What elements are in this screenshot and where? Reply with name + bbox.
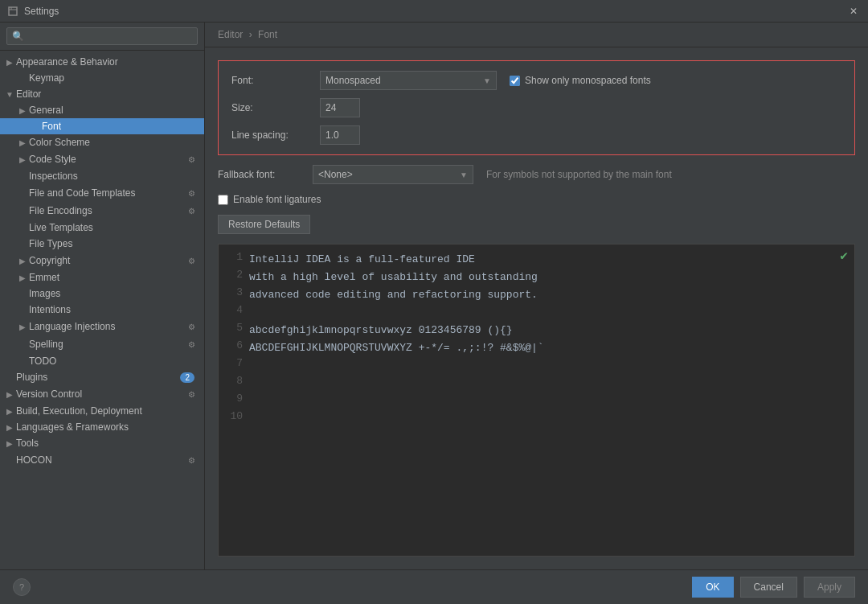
line-content (249, 392, 848, 410)
sidebar-label-tools: Tools (16, 438, 198, 449)
breadcrumb-part1: Editor (218, 29, 243, 40)
line-spacing-row: Line spacing: (231, 125, 841, 145)
sidebar-label-appearance: Appearance & Behavior (16, 56, 198, 68)
preview-line: 10 (225, 410, 848, 428)
sidebar-label-images: Images (29, 288, 198, 299)
sidebar-item-todo[interactable]: TODO (0, 353, 204, 369)
sidebar-item-emmet[interactable]: ▶Emmet (0, 269, 204, 286)
cancel-button[interactable]: Cancel (740, 577, 797, 598)
preview-area: ✔ 1IntelliJ IDEA is a full-featured IDE2… (218, 244, 855, 557)
settings-icon-language-injections: ⚙ (185, 320, 198, 333)
bottom-bar: ? OK Cancel Apply (0, 569, 868, 604)
monospaced-checkbox[interactable] (510, 76, 520, 86)
sidebar-label-file-encodings: File Encodings (29, 205, 185, 216)
sidebar-label-emmet: Emmet (29, 272, 198, 283)
sidebar-item-file-encodings[interactable]: File Encodings⚙ (0, 202, 204, 220)
fallback-hint: For symbols not supported by the main fo… (486, 169, 672, 180)
sidebar-item-spelling[interactable]: Spelling⚙ (0, 335, 204, 353)
font-dropdown-arrow: ▼ (483, 76, 491, 85)
sidebar-label-version-control: Version Control (16, 388, 185, 400)
help-button[interactable]: ? (13, 578, 31, 596)
sidebar-label-languages-frameworks: Languages & Frameworks (16, 421, 198, 433)
sidebar-item-hocon[interactable]: HOCON⚙ (0, 451, 204, 469)
preview-line: 3advanced code editing and refactoring s… (225, 286, 848, 304)
ok-button[interactable]: OK (692, 577, 733, 598)
sidebar-item-plugins[interactable]: Plugins2 (0, 369, 204, 385)
ligatures-checkbox[interactable] (218, 195, 228, 205)
breadcrumb-separator: › (249, 29, 255, 40)
sidebar-tree: ▶Appearance & BehaviorKeymap▼Editor▶Gene… (0, 51, 204, 569)
sidebar-item-file-code-templates[interactable]: File and Code Templates⚙ (0, 184, 204, 202)
line-content (249, 357, 848, 375)
restore-defaults-button[interactable]: Restore Defaults (218, 215, 310, 234)
sidebar-item-appearance[interactable]: ▶Appearance & Behavior (0, 54, 204, 70)
settings-icon-version-control: ⚙ (185, 388, 198, 401)
settings-icon (6, 5, 19, 18)
sidebar-item-color-scheme[interactable]: ▶Color Scheme (0, 134, 204, 150)
sidebar-item-tools[interactable]: ▶Tools (0, 435, 204, 451)
fallback-value: <None> (318, 169, 460, 180)
line-content: abcdefghijklmnopqrstuvwxyz 0123456789 ()… (249, 322, 848, 339)
sidebar-label-live-templates: Live Templates (29, 222, 198, 233)
arrow-icon-version-control: ▶ (3, 390, 16, 399)
ligatures-label: Enable font ligatures (233, 194, 321, 205)
arrow-icon-color-scheme: ▶ (16, 138, 29, 147)
sidebar-label-build-exec: Build, Execution, Deployment (16, 405, 198, 417)
sidebar-label-font: Font (42, 121, 198, 132)
sidebar-item-file-types[interactable]: File Types (0, 236, 204, 252)
arrow-icon-language-injections: ▶ (16, 323, 29, 331)
sidebar-item-build-exec[interactable]: ▶Build, Execution, Deployment (0, 403, 204, 419)
sidebar-item-images[interactable]: Images (0, 286, 204, 302)
font-label: Font: (231, 75, 320, 86)
fallback-dropdown[interactable]: <None> ▼ (313, 165, 473, 184)
settings-icon-code-style: ⚙ (185, 153, 198, 166)
sidebar-item-editor[interactable]: ▼Editor (0, 86, 204, 102)
sidebar-item-language-injections[interactable]: ▶Language Injections⚙ (0, 318, 204, 335)
monospaced-checkbox-row: Show only monospaced fonts (510, 75, 651, 86)
preview-line: 1IntelliJ IDEA is a full-featured IDE (225, 251, 848, 269)
preview-line: 4 (225, 304, 848, 322)
sidebar-label-code-style: Code Style (29, 154, 185, 165)
arrow-icon-tools: ▶ (3, 439, 16, 448)
sidebar-item-live-templates[interactable]: Live Templates (0, 220, 204, 236)
arrow-icon-general: ▶ (16, 106, 29, 115)
apply-button[interactable]: Apply (804, 577, 855, 598)
font-row: Font: Monospaced ▼ Show only monospaced … (231, 71, 841, 90)
sidebar-label-hocon: HOCON (16, 454, 185, 466)
preview-lines: 1IntelliJ IDEA is a full-featured IDE2wi… (225, 251, 848, 428)
sidebar-item-font[interactable]: Font (0, 118, 204, 134)
preview-line: 7 (225, 357, 848, 375)
close-button[interactable]: ✕ (845, 3, 862, 19)
sidebar-label-file-code-templates: File and Code Templates (29, 187, 185, 199)
sidebar-label-file-types: File Types (29, 238, 198, 249)
search-input[interactable] (6, 27, 198, 45)
content-body: Font: Monospaced ▼ Show only monospaced … (205, 47, 868, 569)
sidebar-item-general[interactable]: ▶General (0, 102, 204, 118)
sidebar-item-inspections[interactable]: Inspections (0, 168, 204, 184)
sidebar-item-code-style[interactable]: ▶Code Style⚙ (0, 150, 204, 168)
sidebar-label-language-injections: Language Injections (29, 321, 185, 332)
breadcrumb-part2: Font (258, 29, 277, 40)
sidebar-item-intentions[interactable]: Intentions (0, 302, 204, 318)
sidebar-item-languages-frameworks[interactable]: ▶Languages & Frameworks (0, 419, 204, 435)
arrow-icon-emmet: ▶ (16, 273, 29, 282)
sidebar: ▶Appearance & BehaviorKeymap▼Editor▶Gene… (0, 23, 205, 569)
settings-icon-spelling: ⚙ (185, 338, 198, 351)
line-number: 9 (225, 392, 249, 410)
sidebar-label-editor: Editor (16, 88, 198, 100)
arrow-icon-build-exec: ▶ (3, 407, 16, 416)
sidebar-item-version-control[interactable]: ▶Version Control⚙ (0, 385, 204, 403)
sidebar-item-copyright[interactable]: ▶Copyright⚙ (0, 252, 204, 269)
settings-icon-file-code-templates: ⚙ (185, 187, 198, 199)
fallback-font-row: Fallback font: <None> ▼ For symbols not … (218, 165, 855, 184)
size-input[interactable] (320, 98, 360, 117)
fallback-dropdown-arrow: ▼ (460, 171, 468, 179)
size-label: Size: (231, 102, 320, 113)
font-dropdown[interactable]: Monospaced ▼ (320, 71, 497, 90)
ligatures-row: Enable font ligatures (218, 194, 855, 205)
sidebar-label-color-scheme: Color Scheme (29, 137, 198, 148)
line-spacing-input[interactable] (320, 125, 360, 145)
sidebar-item-keymap[interactable]: Keymap (0, 70, 204, 86)
size-row: Size: (231, 98, 841, 117)
sidebar-label-inspections: Inspections (29, 171, 198, 182)
